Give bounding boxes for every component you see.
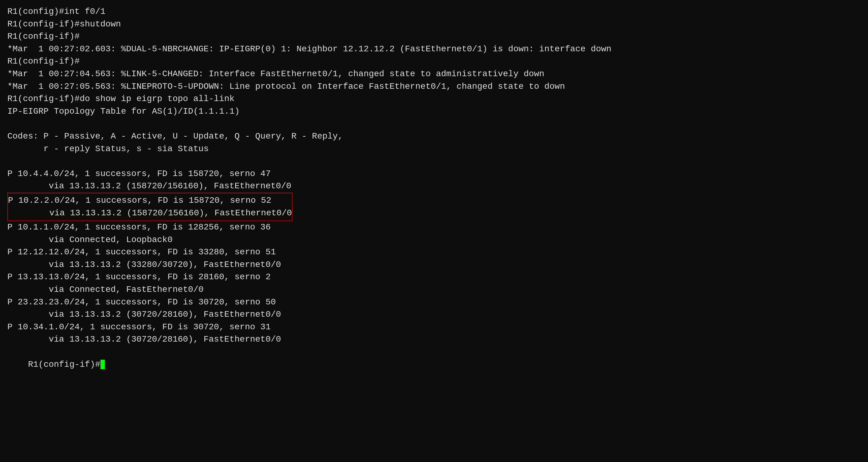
terminal-line-highlighted: via 13.13.13.2 (158720/156160), FastEthe… xyxy=(8,207,292,220)
terminal-empty-line xyxy=(7,155,861,168)
terminal-line: via Connected, Loopback0 xyxy=(7,234,861,246)
terminal-prompt: R1(config-if)# xyxy=(28,360,100,369)
terminal-line: P 23.23.23.0/24, 1 successors, FD is 307… xyxy=(7,296,861,309)
terminal-line: Codes: P - Passive, A - Active, U - Upda… xyxy=(7,130,861,143)
terminal-line: R1(config)#int f0/1 xyxy=(7,5,861,18)
terminal-line: r - reply Status, s - sia Status xyxy=(7,143,861,155)
terminal-line: P 12.12.12.0/24, 1 successors, FD is 332… xyxy=(7,246,861,259)
terminal-line: P 10.1.1.0/24, 1 successors, FD is 12825… xyxy=(7,221,861,234)
terminal-line: P 10.34.1.0/24, 1 successors, FD is 3072… xyxy=(7,321,861,334)
terminal-line: R1(config-if)#shutdown xyxy=(7,18,861,31)
terminal-prompt-line[interactable]: R1(config-if)# xyxy=(7,346,861,383)
terminal-line: via 13.13.13.2 (33280/30720), FastEthern… xyxy=(7,259,861,271)
terminal-empty-line xyxy=(7,118,861,130)
terminal-line: *Mar 1 00:27:02.603: %DUAL-5-NBRCHANGE: … xyxy=(7,43,861,56)
terminal-line-highlighted: P 10.2.2.0/24, 1 successors, FD is 15872… xyxy=(8,194,292,207)
terminal-cursor xyxy=(100,360,105,369)
terminal-line: P 13.13.13.0/24, 1 successors, FD is 281… xyxy=(7,271,861,283)
terminal-line: via Connected, FastEthernet0/0 xyxy=(7,283,861,296)
highlighted-routes: P 10.2.2.0/24, 1 successors, FD is 15872… xyxy=(7,193,292,221)
terminal-window: R1(config)#int f0/1 R1(config-if)#shutdo… xyxy=(7,5,861,383)
terminal-line: via 13.13.13.2 (30720/28160), FastEthern… xyxy=(7,333,861,346)
terminal-line: *Mar 1 00:27:04.563: %LINK-5-CHANGED: In… xyxy=(7,68,861,81)
terminal-line: P 10.4.4.0/24, 1 successors, FD is 15872… xyxy=(7,168,861,180)
terminal-line: *Mar 1 00:27:05.563: %LINEPROTO-5-UPDOWN… xyxy=(7,81,861,93)
terminal-line: via 13.13.13.2 (158720/156160), FastEthe… xyxy=(7,180,861,193)
terminal-line: IP-EIGRP Topology Table for AS(1)/ID(1.1… xyxy=(7,105,861,118)
terminal-line: via 13.13.13.2 (30720/28160), FastEthern… xyxy=(7,308,861,321)
terminal-line: R1(config-if)# xyxy=(7,30,861,43)
terminal-line: R1(config-if)#do show ip eigrp topo all-… xyxy=(7,93,861,105)
terminal-line: R1(config-if)# xyxy=(7,55,861,68)
